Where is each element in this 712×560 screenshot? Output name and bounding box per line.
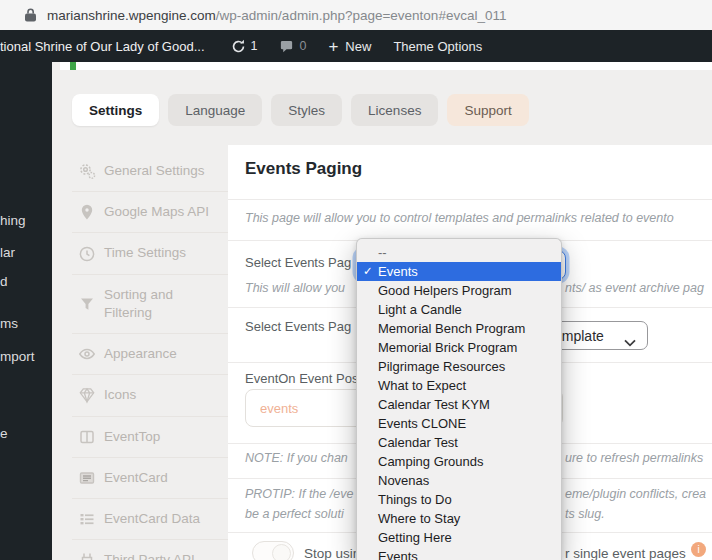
dropdown-option[interactable]: -- [357,243,561,262]
page-title: Events Paging [245,159,362,179]
columns-icon [78,428,96,446]
list-icon [78,510,96,528]
tab-licenses[interactable]: Licenses [351,94,438,126]
settings-tabs: Settings Language Styles Licenses Suppor… [72,94,529,126]
comments-icon [279,39,294,54]
clock-icon [78,245,96,263]
toggle-label-right: r single event pages [565,546,686,560]
tab-settings[interactable]: Settings [72,94,159,126]
admin-menu-item-fragment[interactable]: e [0,426,8,441]
note-text-right: ure to refresh permalinks [565,451,703,465]
help-badge-icon[interactable]: i [691,542,706,557]
dropdown-option[interactable]: Light a Candle [357,300,561,319]
sidebar-item-sorting-filtering[interactable]: Sorting and Filtering [72,274,228,333]
events-page-dropdown-menu: -- Events Good Helpers Program Light a C… [356,238,562,560]
dropdown-option[interactable]: Events CLONE [357,414,561,433]
green-accent-mark [70,62,76,70]
url-domain: marianshrine.wpengine.com [47,8,216,23]
tab-language[interactable]: Language [168,94,262,126]
dropdown-option[interactable]: Camping Grounds [357,452,561,471]
sidebar-item-label: Time Settings [104,244,186,262]
protip-text-right-line1: eme/plugin conflicts, crea [565,487,706,501]
dropdown-option[interactable]: Events [357,547,561,560]
dropdown-option[interactable]: Where to Stay [357,509,561,528]
sidebar-item-label: Appearance [104,345,177,363]
dropdown-option[interactable]: Memorial Brick Program [357,338,561,357]
toggle-knob [272,544,291,560]
admin-menu-item-fragment[interactable]: lar [0,245,15,260]
admin-bar-updates[interactable]: 1 [231,39,258,54]
browser-url-bar[interactable]: marianshrine.wpengine.com/wp-admin/admin… [0,0,712,30]
tab-support[interactable]: Support [447,94,528,126]
event-posts-slug-label: EventOn Event Pos [245,371,358,386]
url-path: /wp-admin/admin.php?page=eventon#evcal_0… [216,8,507,23]
page-intro-text: This page will allow you to control temp… [245,211,674,225]
lock-icon[interactable] [25,8,37,22]
admin-menu-item-fragment[interactable]: ms [0,316,18,331]
select-events-page-template-label: Select Events Pag [245,319,351,334]
update-count: 1 [251,39,258,53]
admin-bar-comments[interactable]: 0 [279,39,306,54]
plug-icon [78,551,96,560]
protip-text-right-line2: ts slug. [565,507,605,521]
dropdown-option[interactable]: Pilgrimage Resources [357,357,561,376]
sidebar-item-eventcard-data[interactable]: EventCard Data [72,498,228,539]
plus-icon: + [328,38,338,55]
dropdown-option[interactable]: Calendar Test [357,433,561,452]
note-text-left: NOTE: If you chan [245,451,348,465]
wp-admin-menu: hing lar d ms mport e [0,62,52,560]
admin-menu-item-fragment[interactable]: hing [0,213,26,228]
sidebar-item-eventtop[interactable]: EventTop [72,416,228,457]
diamond-icon [78,386,96,404]
dropdown-option[interactable]: Getting Here [357,528,561,547]
select-events-page-label: Select Events Pag [245,255,351,270]
sidebar-item-general-settings[interactable]: General Settings [52,151,228,191]
admin-bar-new-button[interactable]: + New [328,38,371,55]
sidebar-item-third-party-api[interactable]: Third Party API [72,539,228,560]
sidebar-item-label: EventTop [104,428,160,446]
sidebar-item-google-maps-api[interactable]: Google Maps API [72,191,228,232]
admin-bar-theme-options[interactable]: Theme Options [393,39,482,54]
gears-icon [78,162,96,180]
tab-styles[interactable]: Styles [271,94,342,126]
row1-note-right: nts/ as event archive pag [565,281,704,295]
url-text[interactable]: marianshrine.wpengine.com/wp-admin/admin… [47,8,506,23]
map-pin-icon [78,203,96,221]
new-label: New [345,39,371,54]
sidebar-item-label: Icons [104,386,136,404]
dropdown-option[interactable]: Things to Do [357,490,561,509]
sidebar-item-eventcard[interactable]: EventCard [72,457,228,498]
eye-icon [78,345,96,363]
wp-admin-bar: tional Shrine of Our Lady of Good... 1 0… [0,30,712,62]
stop-using-posts-toggle[interactable] [252,541,294,560]
dropdown-option[interactable]: Novenas [357,471,561,490]
card-icon [78,469,96,487]
dropdown-option[interactable]: Good Helpers Program [357,281,561,300]
toggle-label-left: Stop usin [304,546,360,560]
dropdown-option-selected[interactable]: Events [357,262,561,281]
protip-text-left-line1: PROTIP: If the /eve [245,487,353,501]
settings-sidebar: General Settings Google Maps API Time Se… [52,145,228,560]
chevron-down-icon [624,333,636,351]
page-header-strip [60,62,712,70]
sidebar-item-label: Third Party API [104,551,195,560]
admin-bar-site-name[interactable]: tional Shrine of Our Lady of Good... [0,39,205,54]
dropdown-option[interactable]: Memorial Bench Program [357,319,561,338]
comment-count: 0 [299,39,306,53]
sidebar-item-time-settings[interactable]: Time Settings [72,232,228,273]
dropdown-option[interactable]: Calendar Test KYM [357,395,561,414]
sidebar-item-appearance[interactable]: Appearance [72,333,228,374]
sidebar-item-label: General Settings [104,162,205,180]
row1-note-left: This will allow you [245,281,345,295]
sidebar-item-icons[interactable]: Icons [72,374,228,415]
admin-menu-item-fragment[interactable]: d [0,274,8,289]
divider [228,199,712,200]
sidebar-item-label: Sorting and Filtering [104,286,192,322]
admin-menu-item-fragment[interactable]: mport [0,349,35,364]
dropdown-option[interactable]: What to Expect [357,376,561,395]
funnel-icon [78,295,96,313]
protip-text-left-line2: be a perfect soluti [245,507,344,521]
sidebar-item-label: EventCard Data [104,510,200,528]
workspace: hing lar d ms mport e Settings Language … [0,62,712,560]
update-icon [231,39,246,54]
